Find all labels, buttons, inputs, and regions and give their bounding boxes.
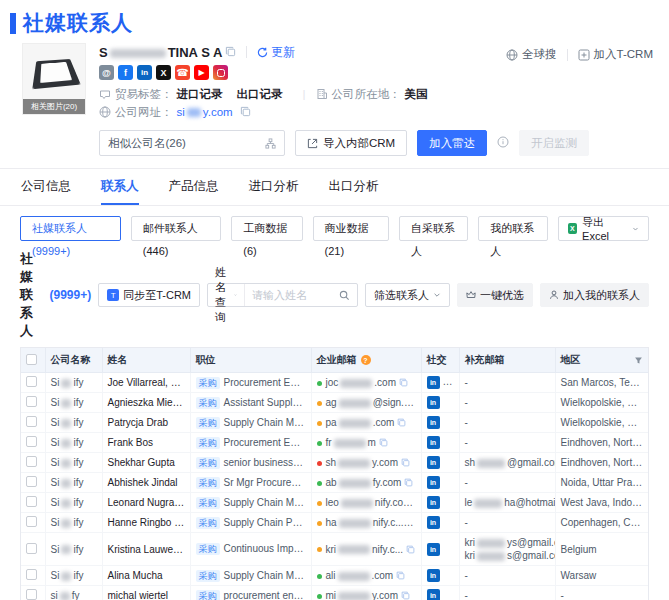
row-checkbox[interactable]	[26, 456, 37, 467]
row-checkbox[interactable]	[26, 516, 37, 527]
update-button[interactable]: 更新	[257, 44, 295, 61]
filter-funnel-icon[interactable]	[634, 356, 643, 365]
copy-icon[interactable]	[406, 545, 415, 554]
website-icon[interactable]: @	[99, 65, 114, 80]
filter-chip[interactable]: 邮件联系人(446)	[131, 216, 221, 241]
row-checkbox[interactable]	[26, 569, 37, 580]
name-cell[interactable]: Shekhar Gupta	[102, 453, 190, 473]
linkedin-icon[interactable]: in	[137, 65, 152, 80]
copy-icon[interactable]	[412, 398, 421, 407]
copy-icon[interactable]	[401, 591, 410, 600]
facebook-icon[interactable]: f	[118, 65, 133, 80]
name-cell[interactable]: michal wiertel	[102, 586, 190, 600]
blurred-text	[334, 439, 366, 448]
tab-item[interactable]: 产品信息	[169, 169, 219, 205]
trade-tag-import[interactable]: 进口记录	[177, 87, 223, 102]
email-status-dot	[317, 547, 322, 552]
linkedin-icon[interactable]: in	[427, 436, 440, 449]
name-cell[interactable]: Kristina Lauwerys	[102, 533, 190, 566]
name-query-select[interactable]: 姓名查询	[208, 284, 245, 306]
linkedin-icon[interactable]: in	[427, 376, 440, 389]
instagram-icon[interactable]	[213, 65, 228, 80]
row-checkbox[interactable]	[26, 396, 37, 407]
x-icon[interactable]: X	[156, 65, 171, 80]
tab-item[interactable]: 公司信息	[21, 169, 71, 205]
copy-icon[interactable]	[404, 478, 413, 487]
global-search-button[interactable]: 全球搜	[506, 47, 557, 62]
copy-icon[interactable]	[225, 45, 236, 60]
trade-tag-export[interactable]: 出口记录	[237, 87, 283, 102]
import-crm-button[interactable]: 导入内部CRM	[295, 130, 407, 156]
linkedin-icon[interactable]: in	[427, 456, 440, 469]
name-cell[interactable]: Hanne Ringbo Maur...	[102, 513, 190, 533]
info-icon[interactable]	[497, 134, 509, 152]
linkedin-icon[interactable]: in	[427, 589, 440, 600]
region-cell: Noida, Uttar Prades...	[555, 473, 648, 493]
row-checkbox[interactable]	[26, 496, 37, 507]
add-my-contacts-button[interactable]: 加入我的联系人	[540, 283, 649, 307]
name-search-input[interactable]	[245, 289, 337, 301]
phone-icon[interactable]: ☎	[175, 65, 190, 80]
table-row: SiifyFrank Bos采购Procurement Engineerfrmi…	[21, 433, 648, 453]
filter-chip[interactable]: 自采联系人	[399, 216, 468, 241]
copy-icon[interactable]	[379, 438, 388, 447]
name-cell[interactable]: Joe Villarreal, MBA	[102, 373, 190, 393]
start-monitor-button[interactable]: 开启监测	[519, 130, 589, 156]
name-cell[interactable]: Patrycja Drab	[102, 413, 190, 433]
copy-icon[interactable]	[240, 106, 251, 119]
filter-chip[interactable]: 我的联系人	[478, 216, 547, 241]
linkedin-icon[interactable]: in	[427, 516, 440, 529]
name-cell[interactable]: Agnieszka Mielniczuk	[102, 393, 190, 413]
company-cell: Siify	[45, 413, 102, 433]
company-photo[interactable]: 相关图片(20)	[22, 43, 86, 115]
row-checkbox[interactable]	[26, 416, 37, 427]
row-checkbox[interactable]	[26, 436, 37, 447]
copy-icon[interactable]	[414, 498, 421, 507]
name-cell[interactable]: Abhishek Jindal	[102, 473, 190, 493]
row-checkbox[interactable]	[26, 589, 37, 600]
youtube-icon[interactable]: ▶	[194, 65, 209, 80]
linkedin-icon[interactable]: in	[427, 569, 440, 582]
divider	[246, 46, 247, 58]
filter-chip[interactable]: 社媒联系人(9999+)	[20, 216, 121, 241]
filter-chip[interactable]: 工商数据(6)	[231, 216, 302, 241]
email-status-dot	[317, 441, 322, 446]
divider	[567, 49, 568, 61]
copy-icon[interactable]	[401, 458, 410, 467]
linkedin-icon[interactable]: in	[427, 543, 440, 556]
tab-item[interactable]: 进口分析	[249, 169, 299, 205]
tab-active[interactable]: 联系人	[101, 169, 139, 205]
linkedin-icon[interactable]: in	[427, 476, 440, 489]
extra-email-cell: leha@hotmail.com	[459, 493, 555, 513]
add-radar-button[interactable]: 加入雷达	[417, 130, 487, 156]
similar-companies-button[interactable]: 相似公司名(26)	[99, 130, 285, 156]
copy-icon[interactable]	[397, 418, 406, 427]
add-tcrm-button[interactable]: 加入T-CRM	[578, 47, 653, 62]
row-checkbox[interactable]	[26, 376, 37, 387]
website-link[interactable]: siy.com	[177, 106, 233, 118]
copy-icon[interactable]	[396, 571, 405, 580]
linkedin-icon[interactable]: in	[427, 396, 440, 409]
tab-item[interactable]: 出口分析	[329, 169, 379, 205]
name-cell[interactable]: Frank Bos	[102, 433, 190, 453]
row-checkbox[interactable]	[26, 543, 37, 554]
blurred-text	[61, 479, 71, 488]
linkedin-icon[interactable]: in	[427, 496, 440, 509]
row-checkbox[interactable]	[26, 476, 37, 487]
one-click-select-button[interactable]: 一键优选	[457, 283, 533, 307]
help-icon[interactable]: ?	[361, 355, 371, 365]
export-excel-button[interactable]: X 导出 Excel	[558, 216, 649, 241]
add-my-contacts-label: 加入我的联系人	[563, 288, 640, 303]
search-icon[interactable]	[337, 290, 357, 301]
blurred-text	[61, 399, 71, 408]
select-all-checkbox[interactable]	[26, 354, 37, 365]
sync-tcrm-button[interactable]: T 同步至T-CRM	[98, 283, 200, 307]
filter-chip[interactable]: 商业数据(21)	[313, 216, 389, 241]
filter-contacts-button[interactable]: 筛选联系人	[365, 283, 450, 307]
linkedin-icon[interactable]: in	[427, 416, 440, 429]
name-cell[interactable]: Leonard Nugraha	[102, 493, 190, 513]
copy-icon[interactable]	[407, 518, 416, 527]
name-cell[interactable]: Alina Mucha	[102, 566, 190, 586]
region-cell: Belgium	[555, 533, 648, 566]
copy-icon[interactable]	[399, 378, 408, 387]
